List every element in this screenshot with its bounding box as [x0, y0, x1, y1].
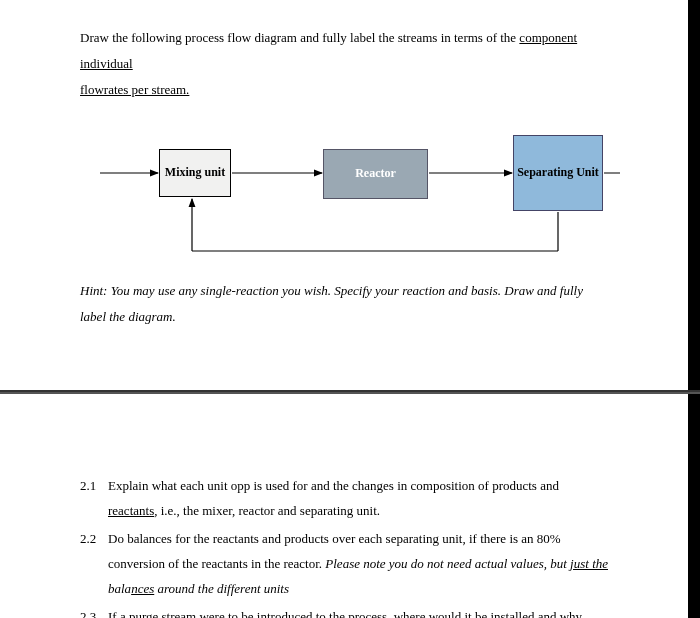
q-num-2-1: 2.1 [80, 474, 108, 523]
q-num-2-2: 2.2 [80, 527, 108, 601]
question-2-3: 2.3 If a purge stream were to be introdu… [80, 605, 608, 618]
q-body-2-1: Explain what each unit opp is used for a… [108, 474, 608, 523]
q2-italic-b: bala [108, 581, 131, 596]
separating-label: Separating Unit [517, 165, 599, 181]
page-2: 2.1 Explain what each unit opp is used f… [0, 394, 700, 618]
page-1: Draw the following process flow diagram … [0, 0, 700, 390]
separating-unit-box: Separating Unit [513, 135, 603, 211]
process-flow-diagram: Mixing unit Reactor Separating Unit [80, 121, 620, 266]
question-2-2: 2.2 Do balances for the reactants and pr… [80, 527, 608, 601]
reactor-box: Reactor [323, 149, 428, 199]
q-body-2-3: If a purge stream were to be introduced … [108, 605, 608, 618]
hint-text: Hint: You may use any single-reaction yo… [80, 283, 583, 324]
question-2-1: 2.1 Explain what each unit opp is used f… [80, 474, 608, 523]
q2-italic-c: around the different units [154, 581, 289, 596]
q-body-2-2: Do balances for the reactants and produc… [108, 527, 608, 601]
question-list: 2.1 Explain what each unit opp is used f… [80, 474, 608, 618]
q1-text-a: Explain what each unit opp is used for a… [108, 478, 559, 493]
intro-prefix: Draw the following process flow diagram … [80, 30, 519, 45]
mixing-unit-box: Mixing unit [159, 149, 231, 197]
reactor-label: Reactor [355, 166, 396, 182]
mixing-label: Mixing unit [165, 165, 225, 181]
hint-paragraph: Hint: You may use any single-reaction yo… [80, 278, 608, 330]
intro-underlined-2: flowrates per stream. [80, 82, 189, 97]
q1-text-b: , i.e., the mixer, reactor and separatin… [154, 503, 380, 518]
q2-italic-u1: just the [570, 556, 608, 571]
q-num-2-3: 2.3 [80, 605, 108, 618]
q2-italic-u2: nces [131, 581, 154, 596]
q1-underlined: reactants [108, 503, 154, 518]
q2-italic-a: Please note you do not need actual value… [325, 556, 570, 571]
intro-paragraph: Draw the following process flow diagram … [80, 25, 608, 103]
